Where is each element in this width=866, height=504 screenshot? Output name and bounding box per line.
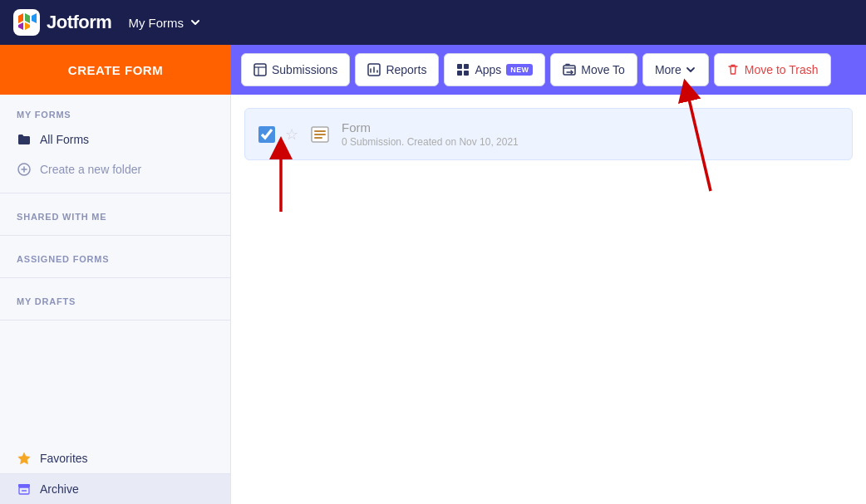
form-meta: 0 Submission. Created on Nov 10, 2021 — [342, 136, 839, 148]
archive-icon — [17, 482, 32, 497]
more-label: More — [655, 63, 681, 76]
move-to-label: Move To — [581, 63, 625, 76]
chevron-down-icon — [189, 16, 202, 29]
more-chevron-icon — [685, 64, 696, 76]
drafts-label: MY DRAFTS — [0, 296, 230, 306]
svg-rect-10 — [457, 71, 462, 76]
create-form-button[interactable]: CREATE FORM — [0, 45, 231, 95]
all-forms-label: All Forms — [40, 133, 89, 146]
my-forms-section-label: MY FORMS — [0, 110, 230, 120]
assigned-section: ASSIGNED FORMS — [0, 239, 230, 274]
apps-label: Apps — [475, 63, 501, 76]
folder-icon — [17, 132, 32, 147]
logo-area: Jotform — [13, 9, 111, 36]
svg-rect-12 — [563, 66, 575, 75]
my-forms-label: My Forms — [128, 16, 184, 30]
reports-icon — [367, 63, 381, 76]
assigned-label: ASSIGNED FORMS — [0, 254, 230, 264]
star-filled-icon — [17, 451, 32, 466]
jotform-logo-icon — [13, 9, 40, 36]
top-nav: Jotform My Forms — [0, 0, 866, 45]
sidebar-item-create-folder[interactable]: Create a new folder — [0, 154, 230, 184]
create-folder-label: Create a new folder — [40, 163, 141, 176]
form-info: Form 0 Submission. Created on Nov 10, 20… — [342, 120, 839, 148]
my-forms-dropdown[interactable]: My Forms — [121, 12, 209, 33]
apps-button[interactable]: Apps NEW — [444, 53, 545, 86]
sidebar-item-all-forms[interactable]: All Forms — [0, 125, 230, 154]
toolbar-actions: Submissions Reports Apps NEW — [231, 53, 866, 86]
main-layout: MY FORMS All Forms Create a new folder S… — [0, 95, 866, 504]
shared-label: SHARED WITH ME — [0, 212, 230, 222]
form-name: Form — [342, 120, 839, 135]
apps-icon — [456, 63, 470, 76]
main-content: ☆ Form 0 Submission. Created on Nov 10, … — [231, 95, 866, 504]
divider-1 — [0, 193, 230, 193]
my-forms-section: MY FORMS All Forms Create a new folder — [0, 95, 230, 189]
new-badge: NEW — [506, 64, 533, 76]
toolbar: CREATE FORM Submissions Reports — [0, 45, 866, 95]
form-checkbox[interactable] — [258, 126, 275, 143]
archive-label: Archive — [40, 482, 79, 496]
shared-section: SHARED WITH ME — [0, 197, 230, 232]
reports-button[interactable]: Reports — [355, 53, 439, 86]
moveto-icon — [563, 63, 576, 76]
divider-4 — [0, 320, 230, 321]
move-to-trash-button[interactable]: Move to Trash — [714, 53, 831, 86]
svg-marker-15 — [18, 453, 30, 464]
svg-rect-11 — [464, 71, 469, 76]
logo-text: Jotform — [47, 12, 111, 33]
move-to-button[interactable]: Move To — [550, 53, 637, 86]
table-icon — [253, 63, 267, 76]
form-row: ☆ Form 0 Submission. Created on Nov 10, … — [244, 108, 853, 160]
drafts-section: MY DRAFTS — [0, 281, 230, 316]
sidebar: MY FORMS All Forms Create a new folder S… — [0, 95, 231, 504]
svg-rect-1 — [254, 64, 266, 76]
favorites-label: Favorites — [40, 452, 88, 465]
svg-rect-8 — [457, 64, 462, 69]
sidebar-item-favorites[interactable]: Favorites — [0, 443, 230, 473]
form-list-icon — [308, 123, 332, 146]
submissions-label: Submissions — [272, 63, 337, 76]
svg-rect-9 — [464, 64, 469, 69]
sidebar-item-archive[interactable]: Archive — [0, 473, 230, 504]
form-star-icon[interactable]: ☆ — [285, 125, 298, 144]
submissions-button[interactable]: Submissions — [241, 53, 350, 86]
trash-label: Move to Trash — [745, 63, 819, 76]
reports-label: Reports — [386, 63, 426, 76]
divider-2 — [0, 235, 230, 236]
trash-icon — [726, 63, 740, 76]
divider-3 — [0, 277, 230, 278]
more-button[interactable]: More — [642, 53, 709, 86]
sidebar-bottom: Favorites Archive — [0, 443, 230, 504]
add-folder-icon — [17, 162, 32, 177]
